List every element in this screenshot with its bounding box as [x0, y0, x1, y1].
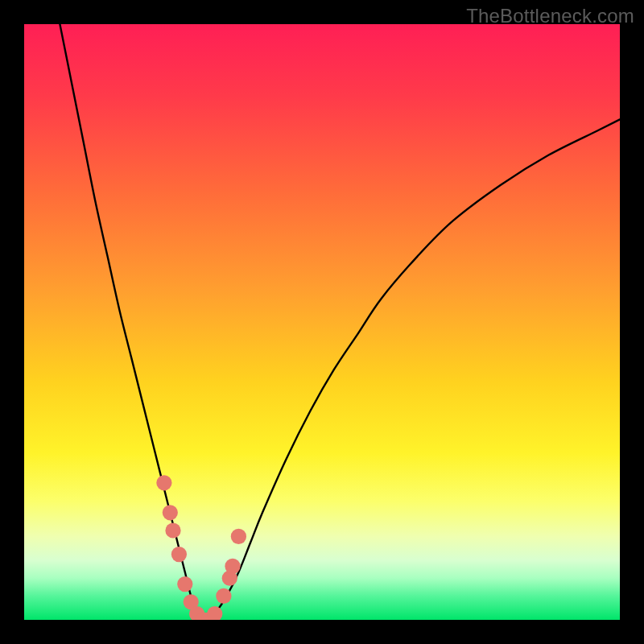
- chart-svg: [24, 24, 620, 620]
- curve-markers: [156, 475, 246, 620]
- marker-dot: [163, 505, 178, 520]
- marker-dot: [156, 475, 171, 490]
- marker-dot: [216, 588, 231, 604]
- bottleneck-curve: [60, 24, 620, 620]
- marker-dot: [171, 547, 187, 562]
- marker-dot: [225, 559, 240, 574]
- chart-frame: TheBottleneck.com: [0, 0, 644, 644]
- plot-area: [24, 24, 620, 620]
- marker-dot: [165, 522, 180, 538]
- marker-dot: [207, 606, 222, 620]
- marker-dot: [231, 529, 246, 544]
- watermark-text: TheBottleneck.com: [466, 5, 634, 27]
- marker-dot: [177, 576, 192, 592]
